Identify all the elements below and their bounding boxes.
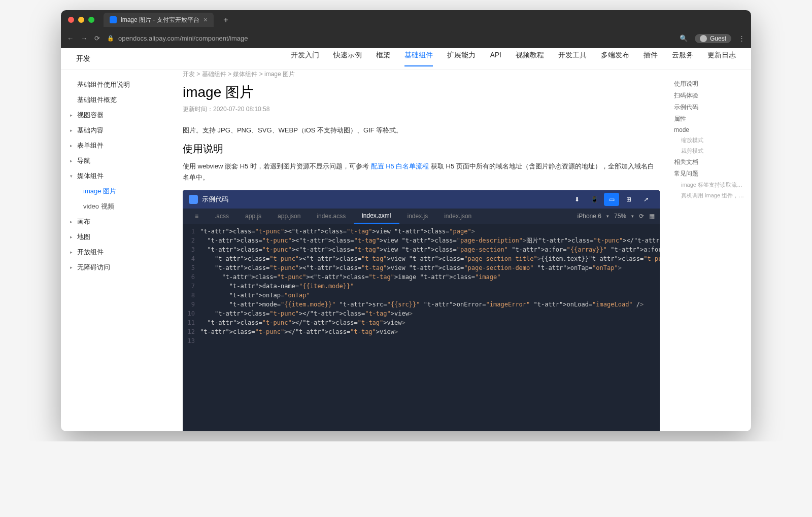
lock-icon: 🔒 xyxy=(107,35,114,42)
section-paragraph: 使用 webview 嵌套 H5 时，若遇到图片资源不显示问题，可参考 配置 H… xyxy=(183,161,660,183)
nav-视频教程[interactable]: 视频教程 xyxy=(516,51,544,66)
profile-chip[interactable]: Guest xyxy=(695,34,731,43)
back-button[interactable]: ← xyxy=(67,35,74,42)
sidebar-item[interactable]: ▸基础内容 xyxy=(61,123,173,138)
chevron-icon: ▸ xyxy=(70,158,75,163)
favicon-icon xyxy=(110,16,117,23)
nav-框架[interactable]: 框架 xyxy=(376,51,390,66)
editor-tab[interactable]: ≡ xyxy=(187,209,207,224)
browser-tab[interactable]: image 图片 - 支付宝开放平台 × xyxy=(104,13,214,27)
nav-插件[interactable]: 插件 xyxy=(644,51,658,66)
nav-更新日志[interactable]: 更新日志 xyxy=(707,51,736,66)
sim-grid-icon[interactable]: ▦ xyxy=(649,213,655,220)
updated-time: 更新时间：2020-07-20 08:10:58 xyxy=(183,105,660,114)
close-tab-icon[interactable]: × xyxy=(204,16,208,24)
toc-item[interactable]: 使用说明 xyxy=(674,78,747,90)
sidebar-item[interactable]: ▸无障碍访问 xyxy=(61,260,173,275)
device-icon[interactable]: ▭ xyxy=(604,193,619,206)
chevron-icon: ▸ xyxy=(70,234,75,239)
breadcrumb: 开发 > 基础组件 > 媒体组件 > image 图片 xyxy=(183,70,660,79)
chevron-icon: ▸ xyxy=(70,219,75,224)
toc-item[interactable]: mode xyxy=(674,125,747,135)
sidebar-item[interactable]: ▸导航 xyxy=(61,153,173,168)
editor-tab[interactable]: app.js xyxy=(237,209,269,224)
nav-基础组件[interactable]: 基础组件 xyxy=(404,51,433,66)
avatar-icon xyxy=(700,35,707,42)
traffic-lights xyxy=(68,17,94,23)
nav-API[interactable]: API xyxy=(490,51,501,66)
qr-icon[interactable]: ⊞ xyxy=(621,193,636,206)
close-window-button[interactable] xyxy=(68,17,74,23)
forward-button[interactable]: → xyxy=(81,35,87,42)
reload-button[interactable]: ⟳ xyxy=(94,35,100,42)
toc-item[interactable]: 裁剪模式 xyxy=(674,146,747,156)
nav-云服务[interactable]: 云服务 xyxy=(672,51,693,66)
chevron-down-icon: ▾ xyxy=(606,214,609,219)
sidebar-item[interactable]: 基础组件使用说明 xyxy=(61,77,173,92)
intro-text: 图片。支持 JPG、PNG、SVG、WEBP（iOS 不支持动图）、GIF 等格… xyxy=(183,126,660,135)
chevron-icon: ▾ xyxy=(70,174,75,179)
sim-zoom-select[interactable]: 75% xyxy=(614,213,626,220)
search-icon[interactable]: 🔍 xyxy=(680,35,688,42)
chevron-icon: ▸ xyxy=(70,143,75,148)
menu-icon[interactable]: ⋮ xyxy=(738,35,745,42)
chevron-icon: ▸ xyxy=(70,265,75,270)
maximize-window-button[interactable] xyxy=(88,17,94,23)
site-top-nav: 开发 开发入门快速示例框架基础组件扩展能力API视频教程开发工具多端发布插件云服… xyxy=(61,48,751,70)
brand-title[interactable]: 开发 xyxy=(76,54,90,63)
sidebar-item[interactable]: ▸地图 xyxy=(61,229,173,245)
code-editor[interactable]: 1"t-attr">class="t-punc"><"t-attr">class… xyxy=(183,224,660,431)
nav-快速示例[interactable]: 快速示例 xyxy=(333,51,362,66)
chevron-icon: ▸ xyxy=(70,113,75,118)
sim-device-select[interactable]: iPhone 6 xyxy=(578,213,601,220)
tab-title: image 图片 - 支付宝开放平台 xyxy=(121,16,199,24)
whitelist-link[interactable]: 配置 H5 白名单流程 xyxy=(371,162,429,170)
sidebar-item[interactable]: ▸视图容器 xyxy=(61,108,173,123)
toc-item[interactable]: 扫码体验 xyxy=(674,90,747,101)
url-field[interactable]: 🔒 opendocs.alipay.com/mini/component/ima… xyxy=(107,35,672,42)
section-title: 使用说明 xyxy=(183,142,660,156)
sidebar-item[interactable]: ▸画布 xyxy=(61,214,173,229)
toc-item[interactable]: 相关文档 xyxy=(674,156,747,168)
ide-title: 示例代码 xyxy=(202,195,228,204)
page-title: image 图片 xyxy=(183,83,660,102)
nav-多端发布[interactable]: 多端发布 xyxy=(601,51,629,66)
ide-logo-icon xyxy=(189,195,198,204)
minimize-window-button[interactable] xyxy=(78,17,84,23)
sidebar: 基础组件使用说明基础组件概览▸视图容器▸基础内容▸表单组件▸导航▾媒体组件ima… xyxy=(61,70,173,431)
editor-tab[interactable]: .acss xyxy=(207,209,237,224)
nav-开发工具[interactable]: 开发工具 xyxy=(558,51,587,66)
url-text: opendocs.alipay.com/mini/component/image xyxy=(118,35,248,42)
sidebar-item[interactable]: ▸表单组件 xyxy=(61,138,173,153)
sidebar-item[interactable]: ▾媒体组件 xyxy=(61,168,173,184)
toc-item[interactable]: 常见问题 xyxy=(674,168,747,180)
toc-item[interactable]: 真机调用 image 组件，… xyxy=(674,190,747,201)
nav-扩展能力[interactable]: 扩展能力 xyxy=(447,51,476,66)
toc-item[interactable]: 属性 xyxy=(674,113,747,125)
editor-tab[interactable]: index.axml xyxy=(354,209,399,224)
address-bar: ← → ⟳ 🔒 opendocs.alipay.com/mini/compone… xyxy=(61,29,751,48)
window-titlebar: image 图片 - 支付宝开放平台 × ＋ xyxy=(61,10,751,29)
share-icon[interactable]: ↗ xyxy=(638,193,654,206)
sidebar-item[interactable]: ▸开放组件 xyxy=(61,245,173,260)
chevron-down-icon: ▾ xyxy=(631,214,634,219)
editor-tab[interactable]: index.js xyxy=(399,209,436,224)
table-of-contents: 使用说明扫码体验示例代码属性mode缩放模式裁剪模式相关文档常见问题image … xyxy=(670,70,751,431)
chevron-icon: ▸ xyxy=(70,250,75,255)
code-sample-panel: 示例代码 ⬇📱▭⊞↗ ≡.acssapp.jsapp.jsonindex.acs… xyxy=(183,190,660,431)
editor-tab[interactable]: index.json xyxy=(436,209,480,224)
phone-icon[interactable]: 📱 xyxy=(587,193,602,206)
editor-tab[interactable]: index.acss xyxy=(309,209,354,224)
new-tab-button[interactable]: ＋ xyxy=(222,15,230,25)
sidebar-item[interactable]: 基础组件概览 xyxy=(61,92,173,108)
chevron-icon: ▸ xyxy=(70,128,75,133)
editor-tab[interactable]: app.json xyxy=(269,209,309,224)
toc-item[interactable]: 示例代码 xyxy=(674,101,747,113)
sidebar-item[interactable]: video 视频 xyxy=(61,199,173,214)
sidebar-item[interactable]: image 图片 xyxy=(61,184,173,199)
toc-item[interactable]: 缩放模式 xyxy=(674,135,747,146)
nav-开发入门[interactable]: 开发入门 xyxy=(291,51,319,66)
sim-refresh-icon[interactable]: ⟳ xyxy=(639,213,644,220)
download-icon[interactable]: ⬇ xyxy=(569,193,585,206)
toc-item[interactable]: image 标签支持读取流文… xyxy=(674,180,747,190)
